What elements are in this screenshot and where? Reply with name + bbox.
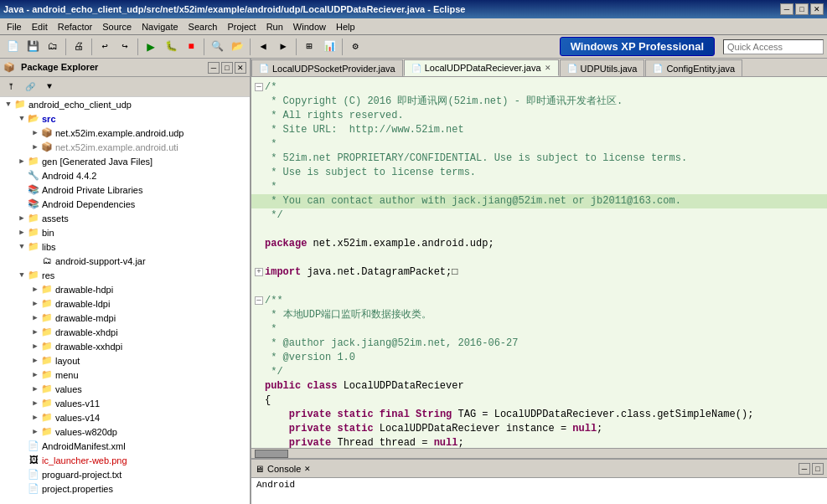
view-button[interactable]: 📊 bbox=[320, 38, 339, 56]
package-explorer-tree[interactable]: ▼📁android_echo_client_udp▼📂src▶📦net.x52i… bbox=[0, 97, 250, 504]
fold-marker[interactable]: ─ bbox=[255, 80, 265, 93]
tree-toggle-icon[interactable]: ▶ bbox=[30, 313, 40, 322]
panel-maximize-btn[interactable]: □ bbox=[221, 62, 233, 74]
view-menu-btn[interactable]: ▼ bbox=[40, 78, 59, 96]
tree-item[interactable]: ▼📁res bbox=[0, 268, 250, 282]
tree-item[interactable]: ▶📁bin bbox=[0, 225, 250, 239]
tree-item[interactable]: 📄AndroidManifest.xml bbox=[0, 439, 250, 453]
menu-navigate[interactable]: Navigate bbox=[137, 20, 183, 33]
menu-help[interactable]: Help bbox=[331, 20, 360, 33]
editor-tab-1[interactable]: 📄LocalUDPDataReciever.java✕ bbox=[404, 59, 559, 76]
tree-toggle-icon[interactable]: ▼ bbox=[3, 100, 13, 109]
tree-item[interactable]: ▶📁drawable-xhdpi bbox=[0, 325, 250, 339]
tree-toggle-icon[interactable]: ▶ bbox=[30, 327, 40, 337]
tree-item[interactable]: ▶📁values-w820dp bbox=[0, 424, 250, 439]
prev-edit-button[interactable]: ◀ bbox=[254, 38, 272, 56]
tree-item[interactable]: ▶📁drawable-ldpi bbox=[0, 296, 250, 311]
tree-item[interactable]: ▶📁layout bbox=[0, 353, 250, 368]
tree-item[interactable]: ▶📁drawable-hdpi bbox=[0, 282, 250, 296]
menu-edit[interactable]: Edit bbox=[27, 20, 53, 33]
tree-toggle-icon[interactable]: ▼ bbox=[17, 115, 27, 123]
fold-marker[interactable]: + bbox=[255, 265, 265, 278]
tree-toggle-icon[interactable]: ▶ bbox=[30, 370, 40, 379]
tree-toggle-icon[interactable]: ▼ bbox=[17, 243, 27, 251]
menu-search[interactable]: Search bbox=[183, 20, 223, 33]
maximize-button[interactable]: □ bbox=[795, 3, 809, 15]
collapse-icon[interactable]: ─ bbox=[255, 83, 263, 91]
tree-toggle-icon[interactable]: ▶ bbox=[30, 427, 40, 436]
tree-item[interactable]: ▼📂src bbox=[0, 111, 250, 126]
menu-file[interactable]: File bbox=[2, 20, 27, 33]
close-button[interactable]: ✕ bbox=[810, 3, 824, 15]
collapse-icon[interactable]: ─ bbox=[255, 296, 263, 305]
tree-toggle-icon[interactable]: ▼ bbox=[17, 271, 27, 280]
open-type-button[interactable]: 🔍 bbox=[208, 38, 226, 56]
redo-button[interactable]: ↪ bbox=[116, 38, 134, 56]
perspective-button[interactable]: ⊞ bbox=[300, 38, 318, 56]
settings-button[interactable]: ⚙ bbox=[346, 38, 364, 56]
tree-item[interactable]: ▶📁gen [Generated Java Files] bbox=[0, 154, 250, 168]
code-editor[interactable]: ─/* * Copyright (C) 2016 即时通讯网(52im.net)… bbox=[251, 77, 827, 448]
tree-item[interactable]: 📄project.properties bbox=[0, 481, 250, 496]
tree-item[interactable]: ▶📦net.x52im.example.android.uti bbox=[0, 140, 250, 154]
tree-toggle-icon[interactable]: ▶ bbox=[17, 213, 27, 223]
tree-item[interactable]: ▶📁values-v14 bbox=[0, 410, 250, 424]
tree-toggle-icon[interactable]: ▶ bbox=[30, 285, 40, 294]
editor-tab-0[interactable]: 📄LocalUDPSocketProvider.java bbox=[251, 59, 403, 76]
tree-item[interactable]: 📚Android Private Libraries bbox=[0, 183, 250, 197]
tree-toggle-icon[interactable]: ▶ bbox=[17, 157, 27, 166]
debug-button[interactable]: 🐛 bbox=[162, 38, 180, 56]
tree-item[interactable]: ▶📁drawable-xxhdpi bbox=[0, 339, 250, 353]
tree-toggle-icon[interactable]: ▶ bbox=[30, 342, 40, 351]
editor-tab-2[interactable]: 📄UDPUtils.java bbox=[560, 59, 645, 76]
tab-close-icon[interactable]: ✕ bbox=[545, 64, 551, 72]
link-editor-btn[interactable]: 🔗 bbox=[21, 78, 39, 96]
menu-window[interactable]: Window bbox=[288, 20, 331, 33]
tree-item[interactable]: ▶📁menu bbox=[0, 368, 250, 382]
tree-item[interactable]: ▶📁drawable-mdpi bbox=[0, 311, 250, 325]
tree-toggle-icon[interactable]: ▶ bbox=[30, 384, 40, 393]
tree-toggle-icon[interactable]: ▶ bbox=[30, 299, 40, 308]
horizontal-scrollbar[interactable] bbox=[251, 448, 827, 458]
tree-item[interactable]: ▶📁values-v11 bbox=[0, 396, 250, 410]
menu-project[interactable]: Project bbox=[222, 20, 261, 33]
tree-toggle-icon[interactable]: ▶ bbox=[30, 413, 40, 422]
scrollbar-thumb[interactable] bbox=[255, 450, 288, 458]
tree-item[interactable]: 📄proguard-project.txt bbox=[0, 467, 250, 481]
new-button[interactable]: 📄 bbox=[3, 38, 22, 56]
save-button[interactable]: 💾 bbox=[23, 38, 42, 56]
tree-item[interactable]: 🗂android-support-v4.jar bbox=[0, 254, 250, 268]
tree-toggle-icon[interactable]: ▶ bbox=[30, 128, 40, 137]
tree-item[interactable]: ▶📦net.x52im.example.android.udp bbox=[0, 126, 250, 140]
tree-toggle-icon[interactable]: ▶ bbox=[17, 228, 27, 237]
tree-toggle-icon[interactable]: ▶ bbox=[30, 142, 40, 152]
open-resource-button[interactable]: 📂 bbox=[228, 38, 246, 56]
tree-item[interactable]: ▼📁libs bbox=[0, 239, 250, 254]
console-minimize-btn[interactable]: ─ bbox=[799, 463, 810, 475]
tree-item[interactable]: 🖼ic_launcher-web.png bbox=[0, 453, 250, 467]
menu-run[interactable]: Run bbox=[261, 20, 288, 33]
panel-minimize-btn[interactable]: ─ bbox=[208, 62, 220, 74]
console-maximize-btn[interactable]: □ bbox=[812, 463, 824, 475]
panel-close-btn[interactable]: ✕ bbox=[235, 62, 246, 74]
expand-icon[interactable]: + bbox=[255, 268, 263, 276]
tree-toggle-icon[interactable]: ▶ bbox=[30, 399, 40, 408]
quick-access-input[interactable] bbox=[723, 39, 824, 54]
collapse-all-btn[interactable]: ⤒ bbox=[2, 78, 20, 96]
menu-source[interactable]: Source bbox=[97, 20, 137, 33]
tree-item[interactable]: ▶📁assets bbox=[0, 211, 250, 225]
run-button[interactable]: ▶ bbox=[142, 38, 160, 56]
stop-button[interactable]: ■ bbox=[182, 38, 200, 56]
console-close-icon[interactable]: ✕ bbox=[304, 465, 311, 473]
editor-tab-3[interactable]: 📄ConfigEntity.java bbox=[645, 59, 742, 76]
undo-button[interactable]: ↩ bbox=[96, 38, 114, 56]
tree-item[interactable]: 🔧Android 4.4.2 bbox=[0, 168, 250, 183]
tree-item[interactable]: ▼📁android_echo_client_udp bbox=[0, 97, 250, 111]
save-all-button[interactable]: 🗂 bbox=[44, 38, 62, 56]
tree-item[interactable]: ▶📁values bbox=[0, 382, 250, 396]
minimize-button[interactable]: ─ bbox=[780, 3, 793, 15]
print-button[interactable]: 🖨 bbox=[70, 38, 88, 56]
tree-item[interactable]: 📚Android Dependencies bbox=[0, 197, 250, 211]
menu-refactor[interactable]: Refactor bbox=[53, 20, 98, 33]
next-edit-button[interactable]: ▶ bbox=[274, 38, 292, 56]
